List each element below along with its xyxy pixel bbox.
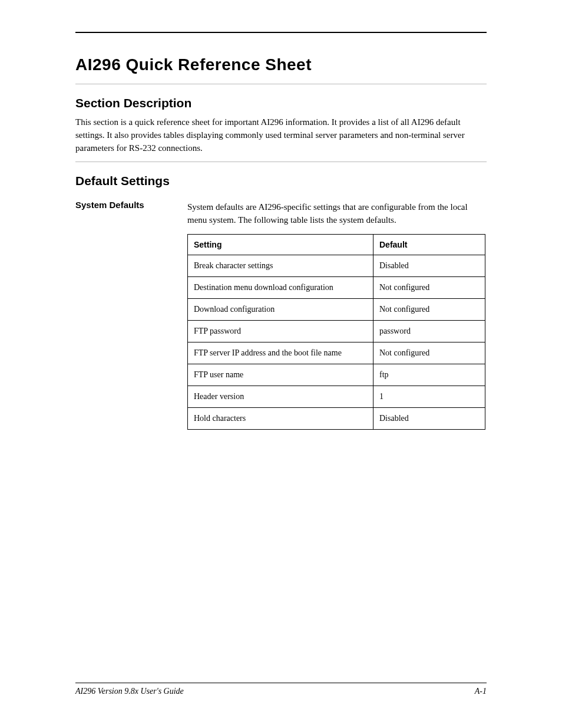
system-defaults-block: System Defaults System defaults are AI29… bbox=[75, 196, 487, 430]
table-row: Hold characters Disabled bbox=[188, 407, 485, 429]
table-cell: Not configured bbox=[373, 342, 485, 364]
system-defaults-content: System defaults are AI296-specific setti… bbox=[187, 196, 470, 430]
system-defaults-table: Setting Default Break character settings… bbox=[187, 234, 485, 430]
table-cell: Not configured bbox=[373, 276, 485, 298]
system-defaults-intro: System defaults are AI296-specific setti… bbox=[187, 201, 470, 227]
section-rule bbox=[75, 162, 487, 162]
table-row: Break character settings Disabled bbox=[188, 255, 485, 276]
table-cell: password bbox=[373, 320, 485, 342]
footer-doc-title: AI296 Version 9.8x User's Guide bbox=[75, 687, 184, 696]
table-header-setting: Setting bbox=[188, 234, 373, 255]
footer-rule bbox=[75, 683, 487, 683]
table-cell: FTP server IP address and the boot file … bbox=[188, 342, 373, 364]
table-cell: FTP user name bbox=[188, 364, 373, 386]
table-cell: ftp bbox=[373, 364, 485, 386]
table-cell: Download configuration bbox=[188, 298, 373, 320]
table-header-row: Setting Default bbox=[188, 234, 485, 255]
page-footer: AI296 Version 9.8x User's Guide A-1 bbox=[75, 683, 487, 696]
table-cell: Disabled bbox=[373, 255, 485, 276]
header-rule bbox=[75, 32, 487, 33]
footer-page-number: A-1 bbox=[475, 687, 487, 696]
table-cell: Destination menu download configuration bbox=[188, 276, 373, 298]
section-rule bbox=[75, 84, 487, 84]
table-cell: Header version bbox=[188, 386, 373, 407]
table-row: FTP server IP address and the boot file … bbox=[188, 342, 485, 364]
table-row: FTP password password bbox=[188, 320, 485, 342]
table-cell: Not configured bbox=[373, 298, 485, 320]
system-defaults-label: System Defaults bbox=[75, 196, 185, 210]
table-cell: 1 bbox=[373, 386, 485, 407]
table-cell: Hold characters bbox=[188, 407, 373, 429]
table-row: Download configuration Not configured bbox=[188, 298, 485, 320]
table-row: FTP user name ftp bbox=[188, 364, 485, 386]
table-row: Header version 1 bbox=[188, 386, 485, 407]
table-row: Destination menu download configuration … bbox=[188, 276, 485, 298]
section-description-heading: Section Description bbox=[75, 96, 487, 110]
page-title: AI296 Quick Reference Sheet bbox=[75, 55, 487, 74]
default-settings-heading: Default Settings bbox=[75, 174, 487, 188]
table-cell: FTP password bbox=[188, 320, 373, 342]
section-description-paragraph: This section is a quick reference sheet … bbox=[75, 116, 487, 154]
table-cell: Break character settings bbox=[188, 255, 373, 276]
page: AI296 Quick Reference Sheet Section Desc… bbox=[0, 0, 562, 728]
table-cell: Disabled bbox=[373, 407, 485, 429]
table-header-default: Default bbox=[373, 234, 485, 255]
